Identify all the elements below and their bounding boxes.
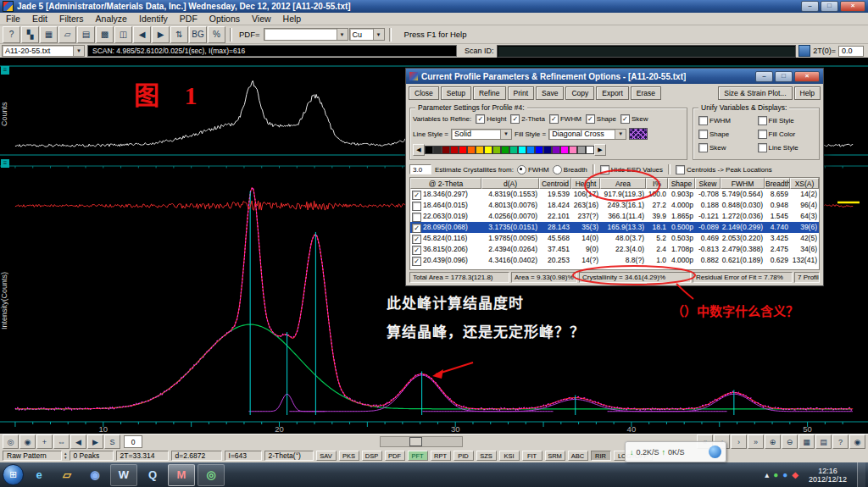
palette-color-cell[interactable] bbox=[543, 146, 552, 154]
unify-checkbox[interactable]: Fill Color bbox=[758, 130, 817, 139]
centroids-checkbox[interactable]: Centroids -> Peak Locations bbox=[676, 165, 772, 174]
maximize-button[interactable]: □ bbox=[821, 1, 838, 12]
table-row[interactable]: 22.063(0.019) 4.0256(0.0070) 22.101 237(… bbox=[410, 211, 819, 222]
dialog-button[interactable]: Copy bbox=[565, 86, 594, 100]
next-view-icon[interactable]: ▶ bbox=[87, 434, 103, 449]
refine-variable-checkbox[interactable]: ✓ FWHM bbox=[549, 114, 581, 124]
file-combo[interactable]: A11-20-55.txt ▼ bbox=[2, 45, 85, 57]
palette-left-button[interactable]: ◀ bbox=[413, 144, 425, 156]
dialog-minimize-button[interactable]: – bbox=[755, 71, 773, 82]
spin-down-icon[interactable]: ▾ bbox=[64, 456, 67, 460]
dialog-close-button[interactable]: × bbox=[794, 71, 820, 82]
unify-checkbox[interactable]: FWHM bbox=[698, 116, 758, 125]
table-column-header[interactable]: Breadth bbox=[765, 178, 790, 189]
menu-item[interactable]: Help bbox=[277, 14, 308, 24]
menu-item[interactable]: File bbox=[0, 14, 26, 24]
open-folder-icon[interactable]: ▱ bbox=[58, 26, 76, 43]
status-toggle-button[interactable]: PKS bbox=[339, 451, 359, 461]
expand-icon[interactable]: + bbox=[36, 434, 53, 449]
menu-item[interactable]: PDF bbox=[174, 14, 203, 24]
top-panel-gadget-icon[interactable]: ≡ bbox=[1, 66, 9, 75]
minimize-button[interactable]: – bbox=[801, 1, 819, 12]
row-checkbox[interactable] bbox=[412, 202, 421, 211]
taskbar-qq-icon[interactable]: Q bbox=[140, 465, 165, 485]
table-column-header[interactable]: XS(A) bbox=[790, 178, 819, 189]
scan-id-field[interactable] bbox=[497, 45, 797, 58]
dropdown-arrow-icon[interactable]: ▼ bbox=[500, 130, 511, 139]
dialog-button[interactable]: Print bbox=[508, 86, 534, 100]
status-toggle-button[interactable]: DSP bbox=[362, 451, 382, 461]
next-page-icon[interactable]: › bbox=[731, 434, 747, 449]
table-column-header[interactable]: Shape bbox=[668, 178, 695, 189]
taskbar-word-icon[interactable]: W bbox=[110, 464, 137, 486]
table-column-header[interactable]: Area bbox=[600, 178, 646, 189]
dialog-titlebar[interactable]: Current Profile Parameters & Refinement … bbox=[406, 69, 823, 84]
dialog-button[interactable]: Export bbox=[596, 86, 629, 100]
zoom-in-icon[interactable]: ⊕ bbox=[765, 434, 781, 449]
table-row[interactable]: ✓ 45.824(0.116) 1.9785(0.0095) 45.568 14… bbox=[410, 233, 819, 244]
dialog-maximize-button[interactable]: □ bbox=[775, 71, 793, 82]
status-toggle-button[interactable]: SAV bbox=[316, 451, 337, 461]
row-checkbox[interactable]: ✓ bbox=[412, 235, 421, 244]
dialog-button[interactable]: Refine bbox=[473, 86, 506, 100]
palette-color-cell[interactable] bbox=[442, 146, 450, 154]
status-toggle-button[interactable]: PDF bbox=[385, 451, 405, 461]
menu-item[interactable]: Options bbox=[203, 14, 246, 24]
status-toggle-button[interactable]: RIR bbox=[591, 451, 611, 461]
palette-color-cell[interactable] bbox=[535, 146, 543, 154]
table-row[interactable]: ✓ 28.095(0.068) 3.1735(0.0151) 28.143 35… bbox=[410, 222, 819, 233]
palette-color-cell[interactable] bbox=[476, 146, 484, 154]
palette-color-cell[interactable] bbox=[484, 146, 492, 154]
row-checkbox[interactable]: ✓ bbox=[412, 224, 421, 233]
status-toggle-button[interactable]: RPT bbox=[431, 451, 451, 461]
axes-icon[interactable]: ◫ bbox=[114, 26, 132, 43]
palette-color-cell[interactable] bbox=[425, 146, 433, 154]
palette-color-cell[interactable] bbox=[509, 146, 518, 154]
last-page-icon[interactable]: » bbox=[748, 434, 764, 449]
row-checkbox[interactable]: ✓ bbox=[412, 257, 421, 266]
refine-variable-checkbox[interactable]: ✓ Shape bbox=[586, 114, 616, 124]
menu-item[interactable]: Analyze bbox=[90, 14, 133, 24]
hide-esd-checkbox[interactable]: Hide ESD Values bbox=[600, 165, 663, 174]
tray-expand-icon[interactable]: ▴ bbox=[765, 470, 769, 479]
palette-right-button[interactable]: ▶ bbox=[594, 144, 606, 156]
target-icon[interactable]: ◉ bbox=[849, 434, 865, 449]
estimate-radio[interactable]: Breadth bbox=[553, 165, 587, 174]
taskbar-jade-icon[interactable]: M bbox=[168, 464, 195, 486]
menu-item[interactable]: Identify bbox=[133, 14, 174, 24]
menu-item[interactable]: Edit bbox=[26, 14, 53, 24]
status-toggle-button[interactable]: KSI bbox=[499, 451, 520, 461]
table-column-header[interactable]: Height bbox=[571, 178, 600, 189]
table-row[interactable]: 18.464(0.015) 4.8013(0.0076) 18.424 263(… bbox=[410, 200, 819, 211]
window-titlebar[interactable]: Jade 5 [Administrator/Materials Data, In… bbox=[0, 0, 868, 13]
table-column-header[interactable]: @ 2-Theta bbox=[410, 178, 481, 189]
swap-axes-icon[interactable]: ⇅ bbox=[170, 26, 188, 43]
zoom-full-icon[interactable]: ◎ bbox=[3, 434, 19, 449]
tray-alert-icon[interactable]: ◆ bbox=[792, 470, 798, 479]
refine-variable-checkbox[interactable]: ✓ Height bbox=[476, 114, 506, 124]
security-ball-icon[interactable] bbox=[709, 445, 721, 458]
overlay-icon[interactable]: ▩ bbox=[96, 26, 114, 43]
grid-icon[interactable]: ▦ bbox=[798, 434, 815, 449]
taskbar-ie-icon[interactable]: e bbox=[26, 465, 52, 485]
table-column-header[interactable]: I% bbox=[646, 178, 668, 189]
dropdown-arrow-icon[interactable]: ▼ bbox=[337, 29, 348, 40]
palette-color-cell[interactable] bbox=[467, 146, 476, 154]
prev-view-icon[interactable]: ◀ bbox=[70, 434, 86, 449]
refine-variable-checkbox[interactable]: ✓ Skew bbox=[620, 114, 648, 124]
show-desktop-button[interactable] bbox=[857, 462, 865, 487]
palette-color-cell[interactable] bbox=[577, 146, 586, 154]
status-toggle-button[interactable]: FIT bbox=[522, 451, 542, 461]
palette-color-cell[interactable] bbox=[492, 146, 501, 154]
palette-color-cell[interactable] bbox=[501, 146, 509, 154]
unify-checkbox[interactable]: Skew bbox=[698, 143, 758, 152]
start-button[interactable]: ⊞ bbox=[3, 464, 24, 485]
status-toggle-button[interactable]: SZS bbox=[476, 451, 497, 461]
axis-units-display[interactable]: 2-Theta(°) bbox=[264, 451, 314, 461]
pattern-mode-display[interactable]: Raw Pattern bbox=[3, 451, 62, 461]
row-checkbox[interactable] bbox=[412, 213, 421, 222]
status-toggle-button[interactable]: SRM bbox=[545, 451, 565, 461]
taskbar-clock[interactable]: 12:16 2012/12/12 bbox=[803, 467, 853, 484]
shift-right-icon[interactable]: ▶ bbox=[152, 26, 170, 43]
report-icon[interactable]: ▤ bbox=[815, 434, 832, 449]
